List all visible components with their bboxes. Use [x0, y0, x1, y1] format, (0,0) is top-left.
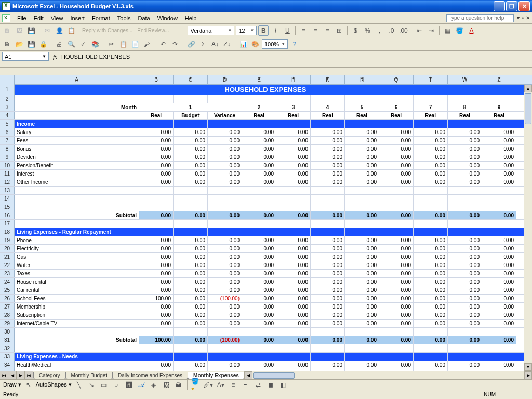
table-row[interactable]: 22Water0.000.000.000.000.000.000.000.000… — [0, 261, 524, 270]
cell[interactable]: Real — [379, 112, 414, 119]
cell[interactable] — [414, 220, 448, 228]
tab-first-button[interactable]: ⏮ — [0, 371, 8, 379]
cell[interactable]: 0.00 — [482, 145, 516, 153]
cell[interactable]: 0.00 — [311, 245, 345, 252]
cell[interactable]: 0.00 — [345, 153, 379, 161]
chart-button[interactable]: 📊 — [238, 39, 248, 49]
increase-decimal-button[interactable]: .0 — [386, 25, 396, 36]
cell[interactable]: 0.00 — [482, 295, 516, 302]
cell[interactable]: 0.00 — [174, 336, 208, 344]
cell[interactable]: 0.00 — [379, 128, 414, 136]
cell[interactable]: 0.00 — [139, 162, 174, 169]
cell[interactable]: 0.00 — [345, 137, 379, 144]
cell[interactable] — [482, 344, 516, 352]
cell[interactable] — [208, 220, 242, 228]
cell[interactable]: 0.00 — [448, 278, 482, 286]
cell[interactable]: Real — [139, 112, 174, 119]
font-color-button[interactable]: A — [466, 25, 476, 36]
row-header[interactable]: 29 — [0, 320, 15, 327]
cell[interactable]: 0.00 — [276, 336, 311, 344]
table-row[interactable]: 4RealBudgetVarianceRealRealRealRealRealR… — [0, 112, 524, 120]
cell[interactable] — [448, 353, 482, 361]
cell[interactable]: 0.00 — [139, 320, 174, 327]
wordart-button[interactable]: 𝒜 — [136, 380, 147, 390]
cell[interactable]: 0.00 — [208, 245, 242, 252]
fill-color-button[interactable]: 🪣 — [454, 25, 464, 36]
cell[interactable] — [242, 95, 276, 103]
table-row[interactable]: 21Gas0.000.000.000.000.000.000.000.000.0… — [0, 253, 524, 261]
cell[interactable]: 8 — [448, 103, 482, 111]
column-header[interactable]: ✦Z — [482, 75, 516, 84]
cell[interactable]: 0.00 — [139, 145, 174, 153]
cell[interactable]: 0.00 — [276, 153, 311, 161]
table-row[interactable]: 20Electricity0.000.000.000.000.000.000.0… — [0, 245, 524, 253]
cell[interactable]: 0.00 — [379, 261, 414, 269]
cell[interactable]: 0.00 — [174, 162, 208, 169]
row-header[interactable]: 15 — [0, 203, 15, 211]
grid[interactable]: 1HOUSEHOLD EXPENSES23Month1234567894Real… — [0, 85, 524, 371]
cell[interactable] — [482, 328, 516, 336]
3d-button[interactable]: ◧ — [278, 380, 288, 390]
increase-indent-button[interactable]: ⇥ — [426, 25, 436, 36]
picture-button[interactable]: 🏔 — [174, 380, 184, 390]
cell[interactable]: 1 — [139, 103, 242, 111]
cell[interactable] — [276, 120, 311, 128]
cell[interactable] — [448, 328, 482, 336]
cell[interactable] — [379, 220, 414, 228]
cell[interactable] — [242, 203, 276, 211]
row-header[interactable]: 28 — [0, 311, 15, 319]
cell[interactable]: 100.00 — [139, 295, 174, 302]
column-header[interactable]: ✦H — [276, 75, 311, 84]
cell[interactable]: 0.00 — [311, 153, 345, 161]
cell[interactable]: 0.00 — [208, 303, 242, 311]
cell[interactable] — [139, 353, 174, 361]
cell[interactable]: 0.00 — [276, 261, 311, 269]
textbox-button[interactable]: 🅰 — [124, 380, 134, 390]
cell[interactable] — [482, 195, 516, 203]
cell[interactable] — [208, 353, 242, 361]
cell[interactable] — [174, 228, 208, 236]
cell[interactable]: 0.00 — [276, 253, 311, 261]
cell[interactable]: 0.00 — [345, 236, 379, 244]
cell[interactable]: 0.00 — [276, 278, 311, 286]
cell[interactable]: 0.00 — [379, 162, 414, 169]
row-header[interactable]: 4 — [0, 112, 15, 119]
cell[interactable] — [276, 353, 311, 361]
cell[interactable]: 0.00 — [482, 261, 516, 269]
row-header[interactable]: 3 — [0, 103, 15, 111]
tab-last-button[interactable]: ⏭ — [25, 371, 33, 379]
cell[interactable]: 0.00 — [242, 162, 276, 169]
cell[interactable]: 100.00 — [139, 336, 174, 344]
cell[interactable]: 0.00 — [208, 236, 242, 244]
align-left-button[interactable]: ≡ — [298, 25, 309, 36]
zoom-selector[interactable]: 100%▼ — [262, 39, 288, 49]
cell[interactable]: 0.00 — [414, 211, 448, 219]
cell[interactable] — [448, 187, 482, 194]
cell[interactable]: 0.00 — [242, 145, 276, 153]
table-row[interactable]: 27Membership0.000.000.000.000.000.000.00… — [0, 303, 524, 311]
cell[interactable]: 0.00 — [448, 236, 482, 244]
tool-icon[interactable]: 🗎 — [2, 25, 12, 36]
menu-insert[interactable]: Insert — [66, 14, 88, 22]
cell[interactable]: (100.00) — [208, 295, 242, 302]
cell[interactable]: 0.00 — [208, 162, 242, 169]
arrow-style-button[interactable]: ⇄ — [253, 380, 263, 390]
cell[interactable]: 0.00 — [414, 336, 448, 344]
shadow-button[interactable]: ◼ — [265, 380, 276, 390]
cell[interactable]: 0.00 — [345, 145, 379, 153]
cell[interactable] — [414, 187, 448, 194]
cell[interactable]: 0.00 — [276, 170, 311, 178]
cell[interactable]: 0.00 — [139, 261, 174, 269]
cell[interactable] — [482, 187, 516, 194]
cell[interactable]: 0.00 — [242, 128, 276, 136]
font-selector[interactable]: Verdana▼ — [188, 26, 234, 35]
cell[interactable]: 0.00 — [311, 311, 345, 319]
cell[interactable] — [414, 95, 448, 103]
cell[interactable]: Other Income — [15, 178, 139, 186]
menu-data[interactable]: Data — [134, 14, 153, 22]
cell[interactable]: 0.00 — [276, 236, 311, 244]
menu-view[interactable]: View — [47, 14, 67, 22]
fill-button[interactable]: 🪣▾ — [191, 380, 201, 390]
currency-button[interactable]: $ — [350, 25, 361, 36]
cell[interactable]: 0.00 — [174, 253, 208, 261]
